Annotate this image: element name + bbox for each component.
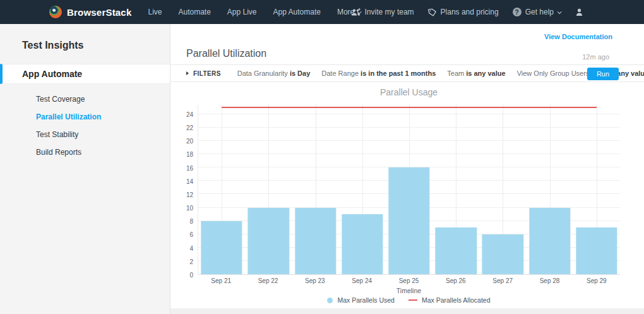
bottom-strip [170,308,644,314]
user-menu-button[interactable] [575,8,584,16]
chart-legend: Max Parallels Used Max Parallels Allocat… [198,296,620,304]
sidebar-item-parallel-utilization[interactable]: Parallel Utilization [0,108,170,126]
filter-group-users-data[interactable]: View Only Group Users' Data is any value [517,69,644,77]
browserstack-logo-icon [49,6,62,18]
x-tick-label: Sep 27 [492,277,513,284]
get-help-label: Get help [525,8,554,16]
filters-toggle[interactable]: FILTERS [193,70,221,77]
x-axis-title: Timeline [198,287,620,294]
tag-icon [427,7,437,17]
y-tick-label: 0 [189,272,193,279]
bar-sep-27[interactable] [482,234,523,274]
x-axis-labels: Sep 21Sep 22Sep 23Sep 24Sep 25Sep 26Sep … [198,277,620,286]
filter-name: Team [447,69,464,77]
view-documentation-link[interactable]: View Documentation [544,33,612,40]
chevron-down-icon [558,9,562,14]
primary-nav: Live Automate App Live App Automate More [148,8,361,16]
y-tick-label: 18 [186,151,193,158]
legend-max-parallels-allocated[interactable]: Max Parallels Allocated [408,296,491,304]
sidebar-item-test-coverage[interactable]: Test Coverage [0,90,170,108]
sidebar-items: Test Coverage Parallel Utilization Test … [0,84,170,161]
x-tick-label: Sep 28 [540,277,560,284]
y-axis-labels: 024681012141618202224 [170,104,193,275]
navbar-right: Invite my team Plans and pricing ? Get h… [351,8,584,16]
y-tick-label: 4 [189,245,193,251]
y-tick-label: 10 [186,205,193,212]
nav-item-app-automate[interactable]: App Automate [273,8,321,16]
y-tick-label: 22 [186,124,193,131]
run-button[interactable]: Run [587,68,619,80]
user-icon [575,8,584,16]
invite-team-button[interactable]: Invite my team [351,8,414,16]
last-updated: 12m ago [582,53,609,61]
y-tick-label: 12 [186,191,193,198]
bar-sep-22[interactable] [248,208,289,274]
nav-item-live[interactable]: Live [148,8,162,16]
page-title: Parallel Utilization [186,48,266,59]
sidebar-section-app-automate[interactable]: App Automate [0,64,170,84]
x-tick-label: Sep 24 [352,277,372,284]
bar-sep-23[interactable] [295,208,336,274]
legend-bar-swatch [327,298,333,303]
legend-max-parallels-used[interactable]: Max Parallels Used [327,296,394,304]
sidebar-title: Test Insights [0,24,170,64]
plans-pricing-button[interactable]: Plans and pricing [428,8,499,16]
invite-team-label: Invite my team [365,8,414,16]
filter-value: is any value [466,69,505,77]
brand-name: BrowserStack [67,7,131,18]
bar-sep-24[interactable] [342,214,383,274]
filter-team[interactable]: Team is any value [447,69,505,77]
sidebar-item-test-stability[interactable]: Test Stability [0,126,170,143]
bar-sep-28[interactable] [529,208,570,274]
x-tick-label: Sep 22 [258,277,278,284]
invite-team-icon [351,8,361,16]
filters-expand-icon [186,71,189,75]
y-tick-label: 16 [186,164,193,171]
bar-sep-29[interactable] [576,227,617,274]
legend-label: Max Parallels Allocated [422,296,491,304]
filter-value: is Day [290,69,310,77]
y-tick-label: 8 [189,218,193,225]
filter-name: Date Range [321,69,359,77]
filter-data-granularity[interactable]: Data Granularity is Day [237,69,311,77]
y-tick-label: 14 [186,178,193,184]
bar-sep-26[interactable] [436,227,477,274]
filter-date-range[interactable]: Date Range is in the past 1 months [321,69,436,77]
bar-sep-21[interactable] [201,221,242,274]
sidebar: Test Insights App Automate Test Coverage… [0,24,170,314]
main-content: View Documentation Parallel Utilization … [170,24,644,314]
help-icon: ? [513,8,522,16]
plot-area [198,104,620,275]
top-navbar: BrowserStack Live Automate App Live App … [0,0,644,24]
y-tick-label: 6 [189,231,193,238]
get-help-menu[interactable]: ? Get help [513,8,561,16]
filters-bar: FILTERS Data Granularity is Day Date Ran… [170,64,644,82]
allocated-line [222,107,597,108]
chart-title: Parallel Usage [198,87,620,97]
x-tick-label: Sep 21 [211,277,231,284]
filter-name: Data Granularity [237,69,288,77]
legend-line-swatch [408,299,417,301]
nav-item-app-live[interactable]: App Live [227,8,257,16]
y-tick-label: 24 [186,111,193,118]
x-tick-label: Sep 26 [446,277,466,284]
legend-label: Max Parallels Used [337,296,394,304]
nav-item-automate[interactable]: Automate [178,8,210,16]
x-tick-label: Sep 25 [399,277,419,284]
plans-pricing-label: Plans and pricing [441,8,499,16]
sidebar-item-build-reports[interactable]: Build Reports [0,143,170,161]
filter-value: is in the past 1 months [361,69,436,77]
x-tick-label: Sep 29 [587,277,607,284]
bar-sep-25[interactable] [388,167,429,274]
y-tick-label: 20 [186,138,193,145]
x-tick-label: Sep 23 [305,277,325,284]
y-tick-label: 2 [189,258,193,265]
